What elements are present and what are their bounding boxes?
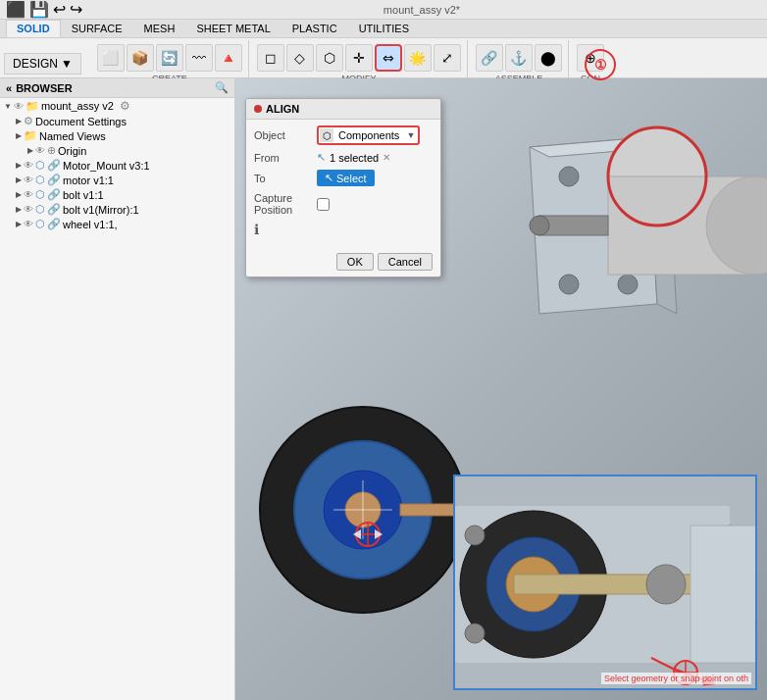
clear-from-button[interactable]: ✕: [383, 152, 390, 163]
save-icon[interactable]: 💾: [29, 0, 49, 19]
app-icon[interactable]: ⬛: [6, 0, 26, 19]
scale-icon[interactable]: ⤢: [434, 44, 461, 72]
link-motor-mount: 🔗: [47, 159, 61, 172]
visibility-eye[interactable]: 👁: [14, 101, 24, 112]
browser-motor-mount[interactable]: ▶ 👁 ⬡ 🔗 Motor_Mount v3:1: [0, 158, 234, 173]
capture-checkbox[interactable]: [317, 198, 330, 211]
capture-label: Capture Position: [254, 192, 313, 216]
svg-rect-24: [400, 504, 459, 516]
tab-surface[interactable]: SURFACE: [61, 20, 133, 37]
svg-point-5: [559, 275, 579, 294]
chamfer-icon[interactable]: ◇: [286, 44, 314, 72]
bolt1-icon: ⬡: [35, 188, 45, 201]
browser-title: BROWSER: [16, 82, 72, 94]
modify-icons: ◻ ◇ ⬡ ✛ ⇔ 🌟 ⤢: [257, 44, 461, 72]
redo-icon[interactable]: ↪: [70, 0, 82, 19]
bolt-mirror-label: bolt v1(Mirror):1: [63, 204, 139, 216]
dialog-dot: [254, 105, 262, 113]
revolve-icon[interactable]: 🔄: [156, 44, 183, 72]
object-select[interactable]: ⬡ Components ▼: [317, 125, 420, 145]
cursor-to-icon: ↖: [325, 172, 333, 184]
joint-icon[interactable]: 🔗: [476, 44, 503, 72]
capture-row: Capture Position: [254, 192, 433, 216]
component-select-icon: ⬡: [320, 128, 333, 142]
zoom-svg: [455, 476, 757, 690]
object-label: Object: [254, 129, 313, 141]
tab-solid[interactable]: SOLID: [6, 20, 61, 37]
main-area: « BROWSER 🔍 ▼ 👁 📁 mount_assy v2 ⚙ ▶ ⚙ Do…: [0, 78, 767, 700]
window-title: mount_assy v2*: [384, 4, 460, 16]
viewport[interactable]: ALIGN Object ⬡ Components ▼ From ↖: [235, 78, 767, 700]
eye-bolt1[interactable]: 👁: [24, 189, 33, 200]
eye-bolt-mirror[interactable]: 👁: [24, 204, 33, 215]
settings-cog[interactable]: ⚙: [120, 99, 130, 113]
bolt-mirror-icon: ⬡: [35, 203, 45, 216]
expand-icon-views: ▶: [16, 131, 22, 140]
dialog-footer: OK Cancel: [246, 249, 440, 276]
browser-root[interactable]: ▼ 👁 📁 mount_assy v2 ⚙: [0, 98, 234, 114]
undo-icon[interactable]: ↩: [53, 0, 66, 19]
tab-mesh[interactable]: MESH: [133, 20, 186, 37]
ground-icon[interactable]: ⚓: [505, 44, 533, 72]
align-icon[interactable]: ⇔: [375, 44, 402, 72]
wheel-icon: ⬡: [35, 218, 45, 230]
cursor-icon: ↖: [317, 151, 326, 164]
doc-settings-label: Document Settings: [35, 116, 127, 127]
link-bolt-mirror: 🔗: [47, 203, 61, 216]
browser-named-views[interactable]: ▶ 📁 Named Views: [0, 128, 234, 143]
ok-button[interactable]: OK: [336, 253, 374, 271]
dialog-header: ALIGN: [246, 99, 440, 120]
browser-search-icon[interactable]: 🔍: [215, 81, 229, 94]
origin-label: Origin: [58, 145, 86, 157]
browser-wheel[interactable]: ▶ 👁 ⬡ 🔗 wheel v1:1,: [0, 217, 234, 231]
assemble-icons: 🔗 ⚓ ⬤: [476, 44, 562, 72]
from-value: 1 selected: [330, 152, 379, 164]
dialog-body: Object ⬡ Components ▼ From ↖ 1 selected …: [246, 120, 440, 249]
browser-doc-settings[interactable]: ▶ ⚙ Document Settings: [0, 114, 234, 128]
browser-header: « BROWSER 🔍: [0, 78, 234, 98]
new-component-icon[interactable]: ⬜: [97, 44, 125, 72]
dropdown-arrow-icon: ▼: [403, 129, 418, 141]
toolbar-tabs: SOLID SURFACE MESH SHEET METAL PLASTIC U…: [0, 20, 767, 38]
fillet-icon[interactable]: ◻: [257, 44, 284, 72]
eye-wheel[interactable]: 👁: [24, 219, 33, 229]
to-row: To ↖ Select: [254, 170, 433, 186]
browser-bolt1[interactable]: ▶ 👁 ⬡ 🔗 bolt v1:1: [0, 187, 234, 202]
extrude-icon[interactable]: 📦: [127, 44, 154, 72]
tab-plastic[interactable]: PLASTIC: [281, 20, 348, 37]
link-wheel: 🔗: [47, 218, 61, 230]
expand-icon-bolt-mirror: ▶: [16, 205, 22, 214]
motor-mount-label: Motor_Mount v3:1: [63, 160, 150, 172]
from-selected: ↖ 1 selected ✕: [317, 151, 390, 164]
tab-sheet-metal[interactable]: SHEET METAL: [185, 20, 281, 37]
svg-point-3: [559, 167, 579, 186]
design-button[interactable]: DESIGN ▼: [4, 53, 81, 75]
eye-origin[interactable]: 👁: [35, 145, 45, 156]
sweep-icon[interactable]: 〰: [185, 44, 213, 72]
construct-icon[interactable]: ⊕: [577, 44, 604, 72]
cancel-button[interactable]: Cancel: [378, 253, 433, 271]
browser-origin[interactable]: ▶ 👁 ⊕ Origin: [0, 143, 234, 158]
expand-icon-bolt1: ▶: [16, 190, 22, 199]
svg-point-34: [465, 624, 485, 643]
browser-motor[interactable]: ▶ 👁 ⬡ 🔗 motor v1:1: [0, 173, 234, 187]
contact-icon[interactable]: ⬤: [535, 44, 562, 72]
combine-icon[interactable]: 🌟: [404, 44, 432, 72]
tooltip-text: Select geometry or snap point on oth: [601, 673, 751, 684]
expand-icon: ▼: [4, 102, 12, 111]
loft-icon[interactable]: 🔺: [215, 44, 242, 72]
tab-utilities[interactable]: UTILITIES: [348, 20, 420, 37]
con-icons: ⊕: [577, 44, 604, 72]
link-motor: 🔗: [47, 174, 61, 186]
select-to-button[interactable]: ↖ Select: [317, 170, 375, 186]
motor-icon: ⬡: [35, 174, 45, 186]
eye-motor-mount[interactable]: 👁: [24, 160, 33, 171]
browser-collapse-icon[interactable]: «: [6, 82, 12, 94]
shell-icon[interactable]: ⬡: [316, 44, 343, 72]
svg-point-33: [465, 525, 485, 545]
browser-bolt-mirror[interactable]: ▶ 👁 ⬡ 🔗 bolt v1(Mirror):1: [0, 202, 234, 217]
from-row: From ↖ 1 selected ✕: [254, 151, 433, 164]
dialog-title: ALIGN: [266, 103, 299, 115]
eye-motor[interactable]: 👁: [24, 175, 33, 185]
move-icon[interactable]: ✛: [345, 44, 373, 72]
